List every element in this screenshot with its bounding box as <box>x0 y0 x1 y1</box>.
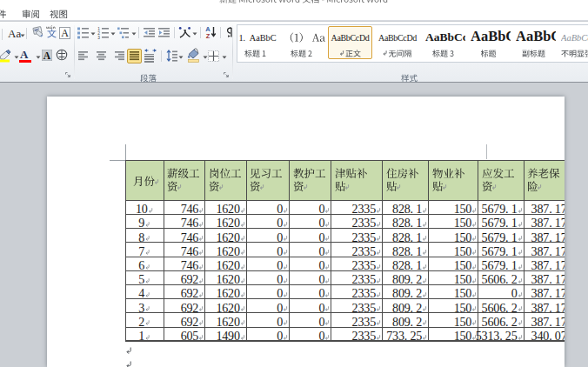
svg-text:3: 3 <box>97 36 100 40</box>
svg-text:Z: Z <box>206 32 210 39</box>
svg-text:A: A <box>43 50 51 61</box>
svg-text:A: A <box>61 27 69 39</box>
